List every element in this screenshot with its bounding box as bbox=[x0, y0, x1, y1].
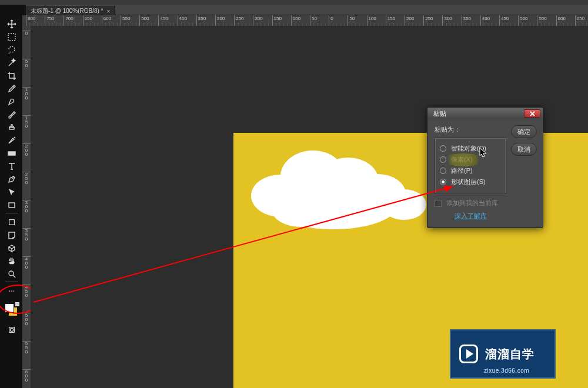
ok-button[interactable]: 确定 bbox=[511, 125, 537, 138]
document-tab-bar: 未标题-1 @ 100%(RGB/8) * × bbox=[26, 5, 588, 15]
paste-option-smart-object[interactable]: 智能对象(O) bbox=[440, 144, 501, 153]
cloud-shape bbox=[245, 140, 427, 240]
learn-libraries-link[interactable]: 深入了解库 bbox=[455, 212, 487, 219]
dialog-close-button[interactable] bbox=[524, 109, 540, 118]
tool-palette: ⇄ bbox=[4, 18, 20, 336]
artboard-tool-icon[interactable] bbox=[5, 216, 18, 229]
close-icon[interactable]: × bbox=[107, 8, 111, 15]
type-tool-icon[interactable] bbox=[5, 160, 18, 173]
color-swatches[interactable]: ⇄ bbox=[4, 302, 20, 319]
paste-as-label: 粘贴为： bbox=[435, 125, 506, 134]
svg-point-7 bbox=[14, 290, 15, 292]
dialog-title: 粘贴 bbox=[433, 109, 446, 118]
eyedropper-tool-icon[interactable] bbox=[5, 82, 18, 95]
paste-option-pixels[interactable]: 像素(X) bbox=[440, 155, 501, 164]
lasso-tool-icon[interactable] bbox=[5, 44, 18, 56]
radio-icon bbox=[440, 145, 446, 152]
add-to-library-checkbox[interactable] bbox=[435, 200, 442, 207]
brush-tool-icon[interactable] bbox=[5, 108, 18, 121]
swap-colors-icon[interactable]: ⇄ bbox=[15, 301, 19, 307]
radio-icon bbox=[440, 179, 446, 185]
watermark-banner: 溜溜自学 zixue.3d66.com bbox=[450, 329, 556, 379]
quick-mask-icon[interactable] bbox=[5, 323, 18, 336]
rect-marquee-tool-icon[interactable] bbox=[5, 31, 18, 44]
paste-as-group: 智能对象(O) 像素(X) 路径(P) 形状图层(S) bbox=[435, 138, 506, 194]
rectangle-shape-tool-icon[interactable] bbox=[5, 199, 18, 212]
crop-tool-icon[interactable] bbox=[5, 69, 18, 82]
paste-option-path[interactable]: 路径(P) bbox=[440, 166, 501, 175]
add-to-library-row: 添加到我的当前库 bbox=[435, 199, 506, 208]
vertical-ruler: 050100150200250300350400450500550600 bbox=[22, 26, 31, 388]
3d-tool-icon[interactable] bbox=[5, 242, 18, 255]
pen-tool-icon[interactable] bbox=[5, 173, 18, 186]
magic-wand-tool-icon[interactable] bbox=[5, 56, 18, 69]
horizontal-ruler: 8007507006506005505004504003503002502001… bbox=[22, 15, 588, 26]
foreground-color-swatch[interactable] bbox=[5, 303, 14, 313]
radio-icon bbox=[440, 156, 446, 163]
svg-point-5 bbox=[9, 290, 11, 292]
play-icon bbox=[459, 344, 478, 363]
svg-rect-3 bbox=[9, 220, 15, 225]
svg-rect-1 bbox=[8, 152, 15, 155]
move-tool-icon[interactable] bbox=[5, 18, 18, 31]
clone-stamp-tool-icon[interactable] bbox=[5, 121, 18, 134]
dialog-titlebar[interactable]: 粘贴 bbox=[427, 108, 543, 119]
svg-point-9 bbox=[10, 328, 13, 331]
svg-point-6 bbox=[11, 290, 12, 292]
svg-point-16 bbox=[272, 192, 330, 227]
history-brush-tool-icon[interactable] bbox=[5, 134, 18, 147]
zoom-tool-icon[interactable] bbox=[5, 267, 18, 280]
note-tool-icon[interactable] bbox=[5, 229, 18, 242]
svg-rect-2 bbox=[9, 203, 15, 208]
edit-toolbar-icon[interactable] bbox=[5, 285, 18, 297]
watermark-url: zixue.3d66.com bbox=[484, 367, 529, 374]
svg-rect-0 bbox=[8, 34, 15, 41]
healing-brush-tool-icon[interactable] bbox=[5, 95, 18, 108]
svg-point-4 bbox=[9, 271, 14, 276]
hand-tool-icon[interactable] bbox=[5, 255, 18, 267]
gradient-tool-icon[interactable] bbox=[5, 147, 18, 160]
watermark-brand: 溜溜自学 bbox=[485, 346, 534, 362]
document-tab-title: 未标题-1 @ 100%(RGB/8) * bbox=[31, 7, 103, 15]
paste-dialog: 粘贴 粘贴为： 智能对象(O) 像素(X) 路径(P) bbox=[427, 107, 543, 228]
paste-option-shape-layer[interactable]: 形状图层(S) bbox=[440, 178, 501, 186]
add-to-library-label: 添加到我的当前库 bbox=[446, 199, 498, 208]
path-select-tool-icon[interactable] bbox=[5, 186, 18, 199]
cancel-button[interactable]: 取消 bbox=[511, 143, 537, 156]
radio-icon bbox=[440, 168, 446, 174]
